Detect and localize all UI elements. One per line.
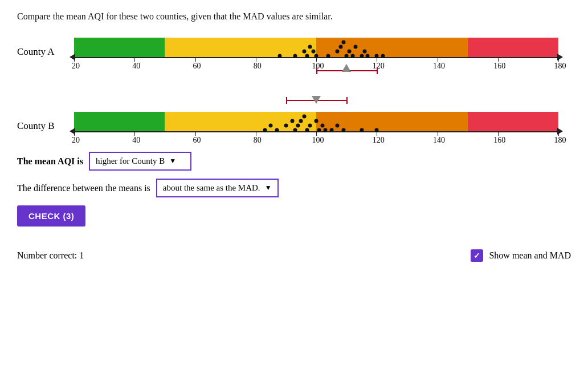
dot xyxy=(341,128,345,132)
show-mean-mad-checkbox[interactable]: ✓ Show mean and MAD xyxy=(471,249,571,262)
dot xyxy=(293,128,297,132)
tick-mark xyxy=(558,57,559,62)
tick-label: 40 xyxy=(128,62,145,71)
dot xyxy=(284,124,288,128)
dot xyxy=(320,124,324,128)
dot xyxy=(329,128,333,132)
tick-label: 120 xyxy=(370,136,387,145)
checkbox-label-text: Show mean and MAD xyxy=(489,250,571,261)
dot xyxy=(269,124,273,128)
mean-dropdown-value: higher for County B xyxy=(96,156,165,166)
tick-mark xyxy=(195,131,196,136)
controls: The mean AQI is higher for County B ▼ Th… xyxy=(17,152,571,227)
tick-mark xyxy=(195,57,196,62)
tick-label: 120 xyxy=(370,62,387,71)
tick-mark xyxy=(74,131,75,136)
difference-dropdown-arrow: ▼ xyxy=(265,184,272,192)
question-text: Compare the mean AQI for these two count… xyxy=(17,11,571,22)
difference-label: The difference between the means is xyxy=(17,183,150,193)
dot xyxy=(308,45,312,49)
dot xyxy=(263,128,267,132)
county-b-chart: 20406080100120140160180 xyxy=(74,106,558,146)
dot xyxy=(336,50,340,54)
tick-label: 80 xyxy=(249,62,266,71)
tick-mark xyxy=(498,57,499,62)
mad-triangle xyxy=(342,64,351,72)
dot xyxy=(326,54,330,58)
tick-mark xyxy=(134,131,135,136)
number-correct: Number correct: 1 xyxy=(17,250,84,261)
checkbox-visual: ✓ xyxy=(471,249,483,262)
dot xyxy=(299,119,303,123)
dot xyxy=(275,128,279,132)
county-a-chart: 20406080100120140160180 xyxy=(74,32,558,72)
difference-dropdown[interactable]: about the same as the MAD. ▼ xyxy=(156,179,279,197)
dot xyxy=(341,41,345,45)
chart-area: County A 20406080100120 xyxy=(17,32,571,146)
bar-red-b xyxy=(468,112,558,132)
dot xyxy=(375,128,379,132)
dot xyxy=(305,128,309,132)
tick-mark xyxy=(316,131,317,136)
dot xyxy=(302,115,306,119)
tick-label: 180 xyxy=(552,62,569,71)
county-a-row: County A 20406080100120 xyxy=(17,32,571,72)
county-b-row: County B 20406080100120140160180 xyxy=(17,106,571,146)
dot xyxy=(311,50,315,54)
bar-orange-b xyxy=(316,112,468,132)
dot xyxy=(315,119,318,123)
tick-mark xyxy=(498,131,499,136)
dot xyxy=(363,50,367,54)
tick-label: 180 xyxy=(552,136,569,145)
tick-label: 80 xyxy=(249,136,266,145)
dot xyxy=(338,45,342,49)
dot xyxy=(323,128,327,132)
dot xyxy=(381,54,385,58)
dot xyxy=(317,128,321,132)
difference-dropdown-value: about the same as the MAD. xyxy=(163,183,260,193)
dot xyxy=(278,54,282,58)
dot xyxy=(375,54,379,58)
mean-control-row: The mean AQI is higher for County B ▼ xyxy=(17,152,571,171)
tick-label: 40 xyxy=(128,136,145,145)
dot xyxy=(348,50,352,54)
tick-label: 160 xyxy=(491,136,508,145)
tick-mark xyxy=(134,57,135,62)
tick-label: 100 xyxy=(309,62,326,71)
dot xyxy=(315,54,318,58)
dot xyxy=(360,128,364,132)
mad-right-cap xyxy=(377,67,378,74)
county-a-label: County A xyxy=(17,46,74,58)
dot xyxy=(293,54,297,58)
dot xyxy=(360,54,364,58)
tick-mark xyxy=(256,131,256,136)
dot xyxy=(366,54,370,58)
tick-mark xyxy=(438,131,438,136)
bar-green-a xyxy=(74,38,165,58)
bar-green-b xyxy=(74,112,165,132)
mean-dropdown[interactable]: higher for County B ▼ xyxy=(89,152,191,171)
difference-control-row: The difference between the means is abou… xyxy=(17,179,571,197)
county-b-label: County B xyxy=(17,120,74,132)
dot xyxy=(302,50,306,54)
dot xyxy=(350,54,354,58)
tick-mark xyxy=(256,57,256,62)
dot xyxy=(290,119,294,123)
tick-mark xyxy=(558,131,559,136)
dot xyxy=(296,124,300,128)
tick-label: 60 xyxy=(189,136,206,145)
dot xyxy=(345,54,349,58)
checkmark-icon: ✓ xyxy=(473,251,480,261)
tick-mark xyxy=(438,57,438,62)
mad-triangle xyxy=(312,96,321,104)
mean-label: The mean AQI is xyxy=(17,156,83,167)
dot xyxy=(305,54,309,58)
tick-label: 140 xyxy=(431,62,448,71)
check-button[interactable]: CHECK (3) xyxy=(17,205,85,227)
mean-dropdown-arrow: ▼ xyxy=(169,157,176,165)
tick-mark xyxy=(74,57,75,62)
dot xyxy=(336,124,340,128)
tick-label: 160 xyxy=(491,62,508,71)
tick-label: 60 xyxy=(189,62,206,71)
tick-label: 20 xyxy=(67,136,84,145)
